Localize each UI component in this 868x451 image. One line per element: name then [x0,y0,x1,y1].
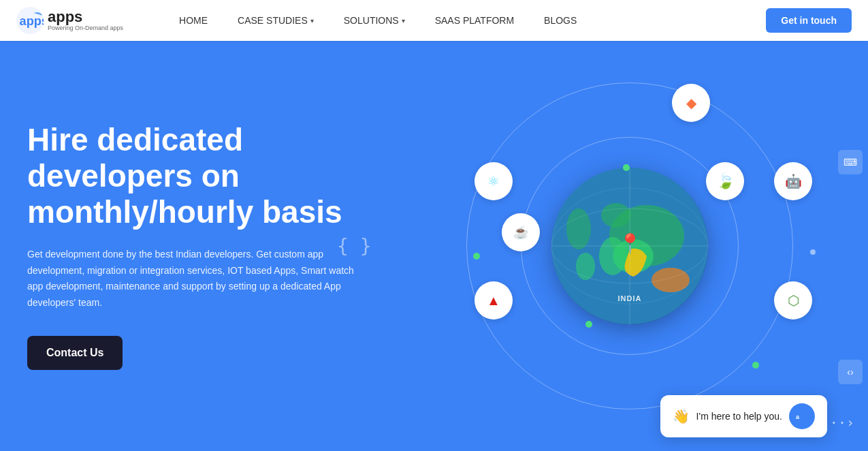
india-label: INDIA [618,294,642,302]
svg-point-6 [601,203,631,228]
solutions-chevron-icon: ▾ [402,17,405,25]
swift-icon: ◆ [672,84,710,122]
chat-message: I'm here to help you. [696,411,782,422]
svg-point-9 [576,253,595,280]
map-pin-icon: 📍 [618,232,642,255]
dot-accent-2 [473,253,480,260]
java-icon: ☕ [502,213,540,251]
hero-description: Get development done by the best Indian … [27,247,368,311]
nav-case-studies[interactable]: CASE STUDIES ▾ [223,0,329,41]
nav-blogs[interactable]: BLOGS [529,0,592,41]
nav-solutions[interactable]: SOLUTIONS ▾ [329,0,420,41]
chat-avatar: a [789,403,815,429]
hero-title: Hire dedicated developers on monthly/hou… [27,122,388,230]
android-icon: 🤖 [774,162,812,200]
navbar: apps apps Powering On-Demand apps HOME C… [0,0,868,41]
side-icons: ⌨ ‹› [838,150,863,384]
angular-icon: ▲ [475,281,513,320]
code-icon[interactable]: ‹› [838,360,863,384]
nav-links: HOME CASE STUDIES ▾ SOLUTIONS ▾ SAAS PLA… [164,0,766,41]
wave-emoji: 👋 [673,408,690,424]
dot-accent-1 [623,164,630,171]
react-icon: ⚛ [475,162,513,200]
logo-tagline: Powering On-Demand apps [48,25,123,31]
dot-accent-3 [585,321,592,328]
logo-name: apps [48,10,123,25]
hero-left: Hire dedicated developers on monthly/hou… [27,122,388,370]
get-in-touch-button[interactable]: Get in touch [766,8,852,33]
nodejs-icon: ⬡ [774,281,812,320]
mongodb-icon: 🍃 [706,162,744,200]
svg-text:a: a [796,414,800,420]
globe: 📍 INDIA [551,168,708,324]
globe-wrapper: 📍 INDIA ◆ ⚛ ☕ 🍃 🤖 [432,48,827,444]
svg-point-5 [652,268,690,292]
nav-home[interactable]: HOME [164,0,223,41]
terminal-icon[interactable]: ⌨ [838,150,863,174]
svg-text:apps: apps [20,14,44,28]
hero-right: { } [391,41,868,451]
dot-accent-4 [752,362,759,369]
contact-us-button[interactable]: Contact Us [27,336,123,370]
case-studies-chevron-icon: ▾ [310,17,314,25]
logo[interactable]: apps apps Powering On-Demand apps [16,7,123,34]
nav-saas[interactable]: SAAS PLATFORM [420,0,529,41]
dot-accent-5 [810,249,816,255]
hero-section: Hire dedicated developers on monthly/hou… [0,41,868,451]
chat-widget[interactable]: 👋 I'm here to help you. a [660,395,827,437]
